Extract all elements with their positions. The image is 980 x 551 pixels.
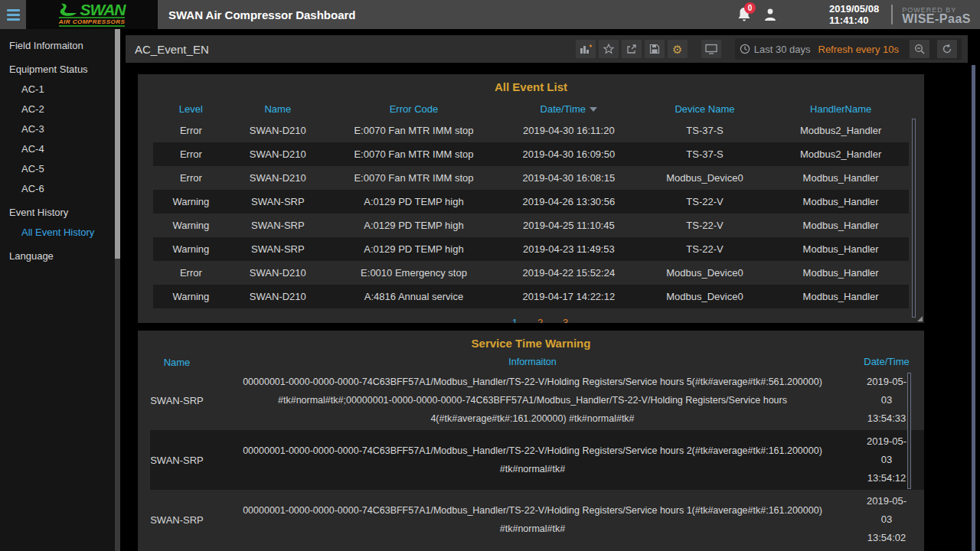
cell-name: SWAN-D210	[229, 172, 327, 184]
share-icon	[626, 44, 637, 54]
zoom-out-button[interactable]	[910, 40, 929, 58]
event-table-row[interactable]: Error SWAN-D210 E:0070 Fan MTR IMM stop …	[153, 119, 909, 142]
swan-logo: SWAN AIR COMPRESSORS	[26, 0, 158, 29]
cell-name: SWAN-D210	[229, 125, 327, 136]
settings-button[interactable]: ⚙	[668, 40, 688, 58]
sidebar-item-all-event-history[interactable]: All Event History	[0, 223, 115, 243]
service-table-header: Name Informaiton Date/Time	[150, 354, 924, 370]
cell-name: SWAN-D210	[229, 291, 327, 302]
dashboard-name[interactable]: AC_Event_EN	[135, 43, 209, 56]
event-table-row[interactable]: Error SWAN-D210 E:0070 Fan MTR IMM stop …	[153, 142, 909, 166]
sidebar-item-ac-5[interactable]: AC-5	[0, 159, 115, 179]
pagination: 1 2 3	[138, 317, 924, 323]
service-table-row[interactable]: SWAN-SRP 00000001-0000-0000-0000-74C63BF…	[150, 430, 924, 490]
event-table-row[interactable]: Error SWAN-D210 E:0010 Emergency stop 20…	[153, 261, 909, 285]
column-header-error-code[interactable]: Error Code	[327, 103, 501, 115]
cell-level: Error	[153, 125, 229, 136]
cell-name: SWAN-SRP	[150, 388, 204, 413]
cell-datetime: 2019-04-26 13:30:56	[501, 196, 637, 207]
service-table-row[interactable]: SWAN-SRP 00000001-0000-0000-0000-74C63BF…	[150, 370, 924, 430]
cell-error-code: E:0070 Fan MTR IMM stop	[327, 172, 501, 184]
user-icon	[763, 7, 778, 22]
cell-name: SWAN-SRP	[229, 196, 327, 207]
column-header-handler-name[interactable]: HandlerName	[773, 103, 909, 115]
add-panel-button[interactable]	[576, 40, 596, 58]
sidebar-scrollbar-track[interactable]	[115, 29, 120, 551]
service-panel-title[interactable]: Service Time Warning	[138, 331, 924, 354]
sidebar-item-ac-2[interactable]: AC-2	[0, 99, 115, 119]
toolbar-actions: ⚙ Last 30 days Refresh every 10s	[576, 38, 962, 60]
sidebar-item-event-history[interactable]: Event History	[0, 203, 115, 223]
cell-level: Warning	[153, 243, 229, 255]
page-title: SWAN Air Compressor Dashboard	[168, 8, 356, 21]
cell-datetime: 2019-04-30 16:08:15	[501, 172, 637, 184]
sidebar-item-language[interactable]: Language	[0, 246, 115, 266]
cell-device: TS-37-S	[637, 148, 773, 160]
cell-datetime: 2019-05-03 13:54:33	[861, 373, 912, 428]
event-table-row[interactable]: Warning SWAN-D210 A:4816 Annual service …	[153, 285, 909, 308]
view-mode-button[interactable]	[701, 40, 721, 58]
service-time-warning-panel: Service Time Warning Name Informaiton Da…	[138, 331, 924, 551]
sidebar-scrollbar-thumb[interactable]	[115, 29, 120, 259]
page-button-2[interactable]: 2	[537, 317, 543, 323]
event-table-row[interactable]: Warning SWAN-SRP A:0129 PD TEMP high 201…	[153, 237, 909, 261]
service-table-row[interactable]: SWAN-SRP 00000001-0000-0000-0000-74C63BF…	[150, 490, 924, 549]
event-table-row[interactable]: Warning SWAN-SRP A:0129 PD TEMP high 201…	[153, 190, 909, 214]
cell-name: SWAN-SRP	[229, 243, 327, 255]
sidebar-item-equipment-status[interactable]: Equipment Status	[0, 60, 115, 80]
sidebar: Field Informaiton Equipment Status AC-1 …	[0, 29, 115, 551]
event-table-row[interactable]: Error SWAN-D210 E:0070 Fan MTR IMM stop …	[153, 166, 909, 190]
cell-datetime: 2019-04-17 14:22:12	[501, 291, 637, 302]
star-icon	[603, 44, 614, 54]
cell-error-code: E:0070 Fan MTR IMM stop	[327, 125, 501, 136]
cell-information: 00000001-0000-0000-0000-74C63BFF57A1/Mod…	[204, 442, 861, 478]
column-header-information[interactable]: Informaiton	[204, 353, 861, 371]
user-button[interactable]	[757, 0, 783, 29]
column-header-device-name[interactable]: Device Name	[637, 103, 773, 115]
page-button-3[interactable]: 3	[563, 317, 568, 323]
sidebar-item-ac-4[interactable]: AC-4	[0, 139, 115, 159]
page-button-1[interactable]: 1	[512, 317, 518, 323]
save-button[interactable]	[645, 40, 665, 58]
cell-error-code: A:0129 PD TEMP high	[327, 196, 501, 207]
cell-handler: Modbus_Handler	[773, 291, 909, 302]
service-table-scrollbar[interactable]	[907, 373, 911, 489]
share-button[interactable]	[622, 40, 642, 58]
notifications-button[interactable]: 0	[731, 0, 757, 29]
dashboard-toolbar: AC_Event_EN	[126, 35, 968, 63]
cell-information: 00000001-0000-0000-0000-74C63BFF57A1/Mod…	[204, 373, 861, 428]
column-header-level[interactable]: Level	[153, 103, 229, 115]
sidebar-item-ac-3[interactable]: AC-3	[0, 119, 115, 139]
refresh-button[interactable]	[937, 40, 957, 58]
sidebar-item-ac-1[interactable]: AC-1	[0, 80, 115, 99]
cell-name: SWAN-SRP	[229, 220, 327, 231]
cell-handler: Modbus2_Handler	[773, 148, 909, 160]
column-header-name[interactable]: Name	[150, 350, 204, 375]
refresh-interval-picker[interactable]: Refresh every 10s	[818, 44, 903, 55]
column-header-name[interactable]: Name	[229, 103, 327, 115]
sort-desc-icon	[590, 107, 597, 112]
cell-error-code: A:0129 PD TEMP high	[327, 220, 501, 231]
clock-display: 2019/05/08 11:41:40	[829, 3, 879, 26]
logo-word: SWAN	[80, 3, 126, 17]
event-table-row[interactable]: Warning SWAN-SRP A:0129 PD TEMP high 201…	[153, 214, 909, 237]
column-header-datetime[interactable]: Date/Time	[861, 353, 912, 371]
cell-handler: Modbus_Handler	[773, 220, 909, 231]
cell-device: TS-37-S	[637, 125, 773, 136]
cell-device: Modbus_Device0	[637, 172, 773, 184]
star-button[interactable]	[599, 40, 619, 58]
time-range-picker[interactable]: Last 30 days	[740, 44, 811, 55]
cell-name: SWAN-SRP	[150, 507, 204, 533]
column-header-datetime[interactable]: Date/Time	[501, 103, 637, 115]
topbar-right: 0 2019/05/08 11:41:40 POWERED BY WISE-Pa…	[731, 0, 980, 29]
event-table-scrollbar[interactable]	[912, 119, 916, 318]
sidebar-item-ac-6[interactable]: AC-6	[0, 179, 115, 199]
sidebar-item-field-information[interactable]: Field Informaiton	[0, 36, 115, 56]
cell-error-code: E:0070 Fan MTR IMM stop	[327, 148, 501, 160]
page-scrollbar[interactable]	[972, 65, 975, 551]
panel-resize-handle[interactable]	[917, 316, 923, 321]
event-panel-title[interactable]: All Event List	[138, 74, 924, 97]
cell-device: Modbus_Device0	[637, 267, 773, 279]
cell-device: Modbus_Device0	[637, 291, 773, 302]
menu-toggle-icon[interactable]	[0, 0, 26, 29]
